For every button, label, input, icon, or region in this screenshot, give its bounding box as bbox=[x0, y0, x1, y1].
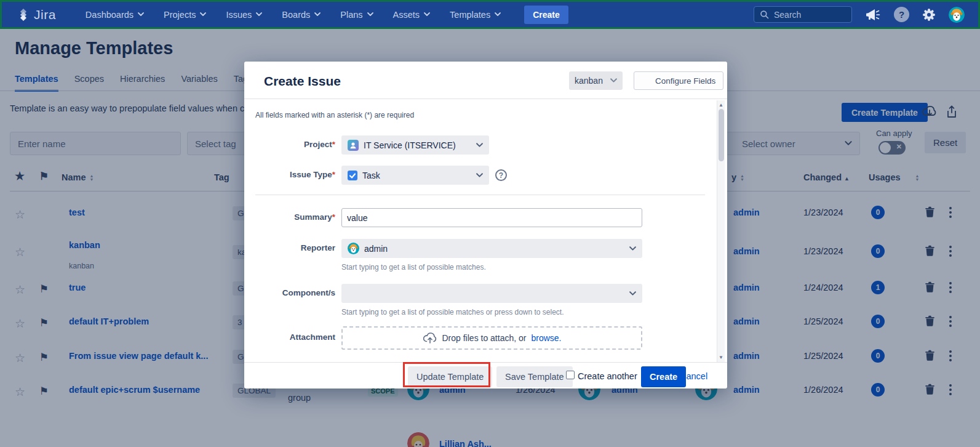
issue-type-select-value: Task bbox=[362, 171, 380, 180]
project-select-value: IT Service (ITSERVICE) bbox=[364, 140, 456, 150]
issue-type-label: Issue Type* bbox=[255, 170, 335, 179]
nav-item-boards[interactable]: Boards bbox=[274, 5, 328, 25]
chevron-down-icon bbox=[314, 12, 321, 17]
issue-type-help-icon[interactable]: ? bbox=[495, 169, 507, 181]
chevron-down-icon bbox=[367, 12, 373, 17]
browse-link[interactable]: browse. bbox=[531, 333, 561, 343]
chevron-down-icon bbox=[629, 246, 636, 251]
nav-menu: Dashboards Projects Issues Boards Plans … bbox=[78, 5, 568, 25]
attachment-dropzone[interactable]: Drop files to attach, or browse. bbox=[341, 326, 642, 350]
issue-type-select[interactable]: Task bbox=[341, 166, 489, 185]
nav-search[interactable] bbox=[754, 6, 852, 23]
reporter-help-text: Start typing to get a list of possible m… bbox=[341, 263, 486, 272]
chevron-down-icon bbox=[424, 12, 430, 17]
create-another-checkbox[interactable] bbox=[566, 371, 575, 379]
components-select[interactable] bbox=[341, 284, 642, 303]
settings-button[interactable] bbox=[923, 9, 935, 21]
reporter-select-value: admin bbox=[364, 244, 388, 254]
jira-logo-text: Jira bbox=[34, 7, 56, 22]
modal-section-divider bbox=[255, 195, 705, 195]
chevron-down-icon bbox=[476, 143, 483, 148]
chevron-down-icon bbox=[200, 12, 206, 17]
summary-input[interactable] bbox=[341, 208, 642, 227]
nav-item-templates[interactable]: Templates bbox=[442, 5, 508, 25]
nav-item-plans[interactable]: Plans bbox=[333, 5, 380, 25]
scroll-up-icon[interactable]: ▲ bbox=[717, 102, 725, 108]
nav-item-label: Projects bbox=[164, 10, 196, 20]
chevron-down-icon bbox=[629, 291, 636, 296]
cancel-button[interactable]: Cancel bbox=[680, 371, 707, 381]
chevron-down-icon bbox=[476, 173, 483, 178]
summary-label: Summary* bbox=[255, 212, 335, 222]
required-note: All fields marked with an asterisk (*) a… bbox=[255, 111, 414, 119]
top-nav: Jira Dashboards Projects Issues Boards P… bbox=[0, 0, 980, 29]
reporter-avatar bbox=[348, 243, 359, 254]
create-issue-modal: Create Issue kanban Configure Fields All… bbox=[244, 62, 727, 389]
modal-title: Create Issue bbox=[264, 74, 341, 89]
megaphone-icon bbox=[866, 8, 880, 22]
chevron-down-icon bbox=[138, 12, 144, 17]
template-select-value: kanban bbox=[575, 76, 603, 86]
nav-item-issues[interactable]: Issues bbox=[218, 5, 269, 25]
configure-fields-button[interactable]: Configure Fields bbox=[634, 71, 723, 90]
configure-fields-label: Configure Fields bbox=[655, 76, 715, 86]
nav-create-button[interactable]: Create bbox=[524, 6, 568, 24]
question-mark-icon: ? bbox=[894, 7, 909, 22]
required-asterisk: * bbox=[332, 140, 335, 149]
required-asterisk: * bbox=[332, 170, 335, 179]
task-type-icon bbox=[348, 171, 357, 180]
chevron-down-icon bbox=[256, 12, 262, 17]
nav-item-dashboards[interactable]: Dashboards bbox=[78, 5, 151, 25]
dropzone-text: Drop files to attach, or bbox=[442, 333, 527, 343]
nav-right: ? bbox=[754, 6, 965, 23]
components-help-text: Start typing to get a list of possible m… bbox=[341, 308, 564, 316]
create-another-label: Create another bbox=[578, 371, 637, 381]
template-select[interactable]: kanban bbox=[569, 71, 623, 90]
reporter-select[interactable]: admin bbox=[341, 239, 642, 258]
nav-item-label: Assets bbox=[393, 10, 420, 20]
project-icon bbox=[348, 140, 359, 151]
gear-icon bbox=[642, 76, 651, 86]
required-asterisk: * bbox=[332, 212, 335, 222]
cloud-upload-icon bbox=[423, 332, 437, 344]
chevron-down-icon bbox=[610, 78, 617, 83]
nav-item-label: Issues bbox=[226, 10, 252, 20]
jira-logo-icon bbox=[17, 8, 30, 22]
gear-icon bbox=[923, 9, 935, 21]
components-label: Component/s bbox=[255, 288, 335, 297]
project-select[interactable]: IT Service (ITSERVICE) bbox=[341, 135, 489, 155]
jira-logo[interactable]: Jira bbox=[17, 7, 56, 22]
nav-item-label: Boards bbox=[282, 10, 310, 20]
nav-item-assets[interactable]: Assets bbox=[386, 5, 438, 25]
annotation-highlight-box bbox=[403, 362, 490, 387]
announcements-button[interactable] bbox=[866, 8, 880, 22]
user-avatar bbox=[949, 7, 965, 23]
scrollbar-thumb[interactable] bbox=[719, 109, 724, 161]
reporter-label: Reporter bbox=[255, 243, 335, 252]
project-label: Project* bbox=[255, 140, 335, 149]
nav-item-label: Templates bbox=[450, 10, 490, 20]
chevron-down-icon bbox=[495, 12, 501, 17]
attachment-label: Attachment bbox=[255, 332, 335, 342]
modal-scrollbar[interactable]: ▲ ▼ bbox=[717, 100, 725, 362]
help-button[interactable]: ? bbox=[894, 7, 909, 22]
nav-item-label: Plans bbox=[340, 10, 362, 20]
search-input[interactable] bbox=[774, 10, 845, 20]
nav-item-projects[interactable]: Projects bbox=[156, 5, 213, 25]
search-icon bbox=[760, 10, 769, 19]
nav-item-label: Dashboards bbox=[86, 10, 133, 20]
save-template-button[interactable]: Save Template bbox=[496, 366, 573, 387]
modal-header-divider bbox=[244, 99, 727, 99]
scroll-down-icon[interactable]: ▼ bbox=[717, 355, 725, 360]
profile-button[interactable] bbox=[949, 7, 965, 23]
